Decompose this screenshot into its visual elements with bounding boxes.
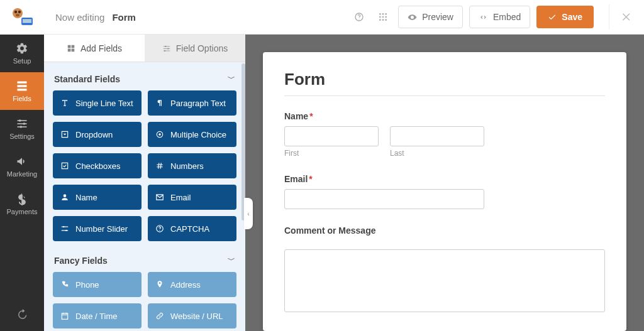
field-label: Number Slider bbox=[75, 224, 128, 234]
link-icon bbox=[155, 312, 164, 320]
svg-rect-30 bbox=[72, 48, 75, 52]
svg-rect-42 bbox=[62, 230, 69, 231]
svg-point-38 bbox=[158, 133, 161, 136]
svg-point-13 bbox=[23, 122, 26, 125]
question-icon bbox=[155, 224, 164, 233]
preview-button[interactable]: Preview bbox=[398, 6, 463, 28]
field-single-line-text[interactable]: Single Line Text bbox=[53, 90, 142, 116]
field-label: Website / URL bbox=[170, 312, 223, 321]
apps-icon[interactable] bbox=[374, 8, 392, 26]
history-button[interactable] bbox=[12, 305, 32, 325]
close-icon bbox=[621, 11, 632, 23]
svg-point-18 bbox=[379, 13, 381, 15]
phone-icon bbox=[60, 280, 69, 289]
nav-marketing[interactable]: Marketing bbox=[0, 148, 44, 185]
app-logo bbox=[0, 0, 44, 35]
svg-rect-8 bbox=[18, 85, 27, 87]
field-numbers[interactable]: Numbers bbox=[148, 153, 236, 178]
check-sq-icon bbox=[60, 161, 69, 170]
field-website-url[interactable]: Website / URL bbox=[148, 303, 236, 328]
field-date-time[interactable]: Date / Time bbox=[53, 303, 142, 328]
now-editing-label: Now editing bbox=[55, 12, 104, 23]
svg-rect-31 bbox=[164, 46, 170, 46]
sliders-icon bbox=[162, 44, 171, 53]
help-icon[interactable] bbox=[350, 8, 368, 26]
svg-rect-7 bbox=[18, 82, 27, 84]
field-checkboxes[interactable]: Checkboxes bbox=[53, 153, 142, 178]
nav-fields[interactable]: Fields bbox=[0, 72, 44, 110]
comment-textarea[interactable] bbox=[284, 249, 605, 312]
svg-point-2 bbox=[18, 10, 21, 13]
field-paragraph-text[interactable]: Paragraph Text bbox=[148, 90, 236, 116]
form-canvas[interactable]: Form Name* First Last Email* bbox=[263, 52, 626, 331]
email-field-label: Email* bbox=[284, 174, 605, 184]
code-icon bbox=[479, 13, 488, 22]
pin-icon bbox=[155, 280, 164, 289]
left-nav: Setup Fields Settings Marketing Payments bbox=[0, 0, 44, 331]
svg-point-24 bbox=[379, 19, 381, 21]
eye-icon bbox=[408, 13, 417, 22]
grid-icon bbox=[67, 44, 75, 53]
field-label: Paragraph Text bbox=[170, 99, 226, 108]
close-button[interactable] bbox=[609, 4, 634, 30]
email-input[interactable] bbox=[284, 189, 484, 209]
svg-point-20 bbox=[385, 13, 387, 15]
text-icon bbox=[60, 99, 69, 107]
form-canvas-wrapper: Form Name* First Last Email* bbox=[245, 35, 644, 331]
embed-button[interactable]: Embed bbox=[469, 6, 530, 28]
svg-point-45 bbox=[159, 230, 160, 231]
caret-sq-icon bbox=[60, 130, 69, 139]
save-button[interactable]: Save bbox=[536, 6, 594, 28]
svg-point-25 bbox=[382, 19, 384, 21]
field-label: Address bbox=[170, 280, 201, 290]
svg-rect-9 bbox=[18, 89, 27, 90]
svg-rect-5 bbox=[23, 19, 31, 21]
field-label: Numbers bbox=[170, 161, 204, 171]
name-field-label: Name* bbox=[284, 111, 605, 121]
chevron-down-icon: ﹀ bbox=[228, 73, 235, 84]
svg-point-21 bbox=[379, 16, 381, 18]
field-dropdown[interactable]: Dropdown bbox=[53, 122, 142, 147]
first-name-input[interactable] bbox=[284, 126, 379, 146]
field-label: Single Line Text bbox=[75, 99, 133, 108]
nav-setup[interactable]: Setup bbox=[0, 35, 44, 72]
field-multiple-choice[interactable]: Multiple Choice bbox=[148, 122, 236, 147]
tab-field-options[interactable]: Field Options bbox=[145, 35, 245, 62]
panel-scrollbar[interactable] bbox=[242, 63, 245, 220]
svg-point-23 bbox=[385, 16, 387, 18]
svg-point-19 bbox=[382, 13, 384, 15]
svg-point-11 bbox=[19, 119, 21, 122]
field-address[interactable]: Address bbox=[148, 272, 236, 297]
svg-rect-6 bbox=[23, 21, 31, 23]
field-label: Phone bbox=[75, 280, 99, 290]
form-name[interactable]: Form bbox=[112, 12, 136, 23]
field-label: Name bbox=[75, 193, 97, 202]
tab-add-fields[interactable]: Add Fields bbox=[44, 35, 145, 62]
field-email[interactable]: Email bbox=[148, 185, 236, 210]
svg-rect-40 bbox=[62, 227, 69, 227]
last-name-input[interactable] bbox=[390, 126, 484, 146]
svg-point-26 bbox=[385, 19, 387, 21]
nav-payments[interactable]: Payments bbox=[0, 185, 44, 223]
section-fancy-fields[interactable]: Fancy Fields ﹀ bbox=[53, 251, 236, 272]
field-label: Date / Time bbox=[75, 312, 117, 321]
field-label: Email bbox=[170, 193, 191, 202]
svg-rect-12 bbox=[18, 123, 27, 124]
field-label: CAPTCHA bbox=[170, 224, 209, 234]
field-phone[interactable]: Phone bbox=[53, 272, 142, 297]
nav-settings[interactable]: Settings bbox=[0, 110, 44, 148]
svg-point-32 bbox=[165, 45, 166, 46]
section-standard-fields[interactable]: Standard Fields ﹀ bbox=[53, 70, 236, 90]
calendar-icon bbox=[60, 312, 69, 320]
svg-point-3 bbox=[16, 14, 19, 16]
form-title: Form bbox=[284, 70, 605, 89]
svg-rect-39 bbox=[62, 163, 67, 168]
check-icon bbox=[548, 13, 557, 21]
collapse-panel-button[interactable]: ‹ bbox=[244, 198, 253, 229]
svg-point-36 bbox=[164, 50, 165, 51]
field-name[interactable]: Name bbox=[53, 185, 142, 210]
svg-point-0 bbox=[13, 8, 23, 18]
svg-rect-27 bbox=[68, 45, 71, 48]
field-captcha[interactable]: CAPTCHA bbox=[148, 216, 236, 241]
field-number-slider[interactable]: Number Slider bbox=[53, 216, 142, 241]
